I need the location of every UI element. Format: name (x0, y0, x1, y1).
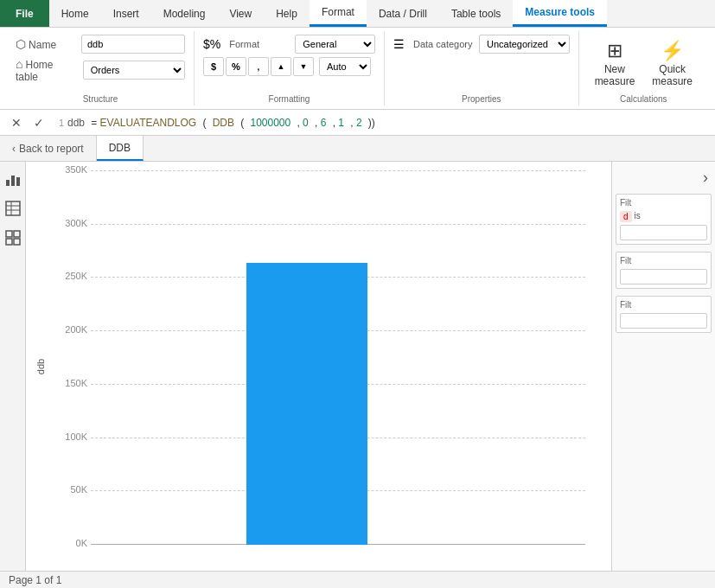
calculations-content: ⊞ Newmeasure ⚡ Quickmeasure (588, 31, 699, 94)
filter1-input[interactable] (620, 225, 707, 240)
label-200k: 200K (46, 324, 87, 335)
calculations-label: Calculations (588, 94, 699, 105)
filter2-label: Filt (620, 256, 707, 265)
svg-rect-2 (16, 177, 20, 186)
menu-help[interactable]: Help (264, 0, 310, 27)
matrix-icon-btn[interactable] (3, 227, 23, 248)
dollar-btn[interactable]: $ (203, 57, 224, 76)
icon-bar (0, 162, 26, 571)
new-measure-button[interactable]: ⊞ Newmeasure (588, 35, 642, 94)
menu-view[interactable]: View (217, 0, 264, 27)
label-100k: 100K (46, 431, 87, 442)
label-350k: 350K (46, 164, 87, 175)
filter2-input[interactable] (620, 269, 707, 284)
filter1-label: Filt (620, 198, 707, 208)
y-axis-label: ddb (35, 358, 46, 374)
format-buttons: $ % , ▲ ▼ (203, 57, 314, 76)
menu-home[interactable]: Home (49, 0, 101, 27)
menu-data-drill[interactable]: Data / Drill (367, 0, 439, 27)
svg-rect-3 (6, 201, 20, 215)
filter1-values: d is (620, 211, 707, 222)
menu-modeling[interactable]: Modeling (151, 0, 218, 27)
menu-file[interactable]: File (0, 0, 49, 27)
filter-section-3: Filt (616, 296, 712, 333)
chart-area: ddb 350K 300K 250K 200K (26, 162, 611, 571)
right-panel-expand-button[interactable]: › (616, 169, 712, 187)
ribbon: ⬡ Name ⌂ Home table Orders Structure $% … (0, 28, 715, 110)
bar-chart-icon (5, 171, 21, 187)
matrix-icon (5, 230, 21, 246)
format-row: $% Format General (203, 35, 375, 54)
label-250k: 250K (46, 271, 87, 281)
structure-label: Structure (16, 94, 185, 105)
filter1-value2: is (635, 211, 641, 222)
menu-bar: File Home Insert Modeling View Help Form… (0, 0, 715, 28)
filter3-input[interactable] (620, 313, 707, 329)
decimal-dec-btn[interactable]: ▼ (293, 57, 314, 76)
quick-measure-icon: ⚡ (661, 42, 684, 61)
format-label: Format (229, 39, 290, 49)
menu-format[interactable]: Format (310, 0, 367, 27)
quick-measure-label: Quickmeasure (652, 63, 693, 87)
label-300k: 300K (46, 218, 87, 228)
name-input[interactable] (81, 35, 185, 54)
chart-bar (246, 263, 367, 545)
menu-table-tools[interactable]: Table tools (439, 0, 513, 27)
line-350k (91, 170, 585, 171)
quick-measure-button[interactable]: ⚡ Quickmeasure (645, 35, 699, 94)
back-to-report-label: Back to report (19, 143, 84, 155)
home-table-select[interactable]: Orders (83, 61, 185, 80)
chart-icon-btn[interactable] (3, 169, 23, 189)
table-icon (5, 201, 21, 216)
back-to-report-tab[interactable]: ‹ Back to report (0, 136, 97, 161)
status-text: Page 1 of 1 (9, 574, 61, 586)
comma-btn[interactable]: , (248, 57, 269, 76)
formatting-label: Formatting (203, 94, 375, 105)
formula-text[interactable]: ddb = EVALUATEANDLOG ( DDB ( 1000000 , 0… (67, 117, 375, 129)
menu-insert[interactable]: Insert (101, 0, 151, 27)
line-300k (91, 224, 585, 225)
name-label: ⬡ Name (16, 37, 76, 51)
chart-inner: 350K 300K 250K 200K 150K (91, 170, 585, 562)
auto-select[interactable]: Auto (319, 57, 371, 76)
svg-rect-7 (6, 231, 12, 237)
data-category-select[interactable]: Uncategorized (479, 35, 570, 54)
percent-btn[interactable]: % (226, 57, 246, 76)
label-150k: 150K (46, 378, 87, 388)
gridline-300k: 300K (91, 224, 585, 225)
name-row: ⬡ Name (16, 35, 185, 54)
svg-rect-0 (6, 180, 10, 186)
label-0k: 0K (46, 538, 87, 548)
formula-confirm-button[interactable]: ✓ (29, 113, 48, 132)
svg-rect-10 (14, 239, 20, 245)
filter-section-2: Filt (616, 252, 712, 289)
main-content: ddb 350K 300K 250K 200K (0, 162, 715, 571)
filter1-value1: d (620, 211, 632, 222)
view-tabs-bar: ‹ Back to report DDB (0, 136, 715, 162)
ribbon-group-structure: ⬡ Name ⌂ Home table Orders Structure (7, 31, 195, 105)
home-table-row: ⌂ Home table Orders (16, 57, 185, 83)
ribbon-group-properties: ☰ Data category Uncategorized Properties (385, 31, 579, 105)
ddb-tab[interactable]: DDB (97, 136, 144, 161)
table-icon-btn[interactable] (3, 198, 23, 219)
new-measure-icon: ⊞ (607, 42, 622, 61)
svg-rect-8 (14, 231, 20, 237)
formula-cancel-button[interactable]: ✕ (7, 113, 26, 132)
right-panel: › Filt d is Filt Filt (611, 162, 715, 571)
menu-measure-tools[interactable]: Measure tools (513, 0, 607, 27)
decimal-inc-btn[interactable]: ▲ (271, 57, 291, 76)
svg-rect-9 (6, 239, 12, 245)
ribbon-group-calculations: ⊞ Newmeasure ⚡ Quickmeasure Calculations (579, 31, 708, 105)
svg-rect-1 (11, 176, 15, 186)
status-bar: Page 1 of 1 (0, 571, 715, 588)
ribbon-group-formatting: $% Format General $ % , ▲ ▼ Auto Forma (195, 31, 385, 105)
label-50k: 50K (46, 484, 87, 495)
formula-line-number: 1 (52, 118, 64, 128)
gridline-350k: 350K (91, 170, 585, 171)
format-select[interactable]: General (295, 35, 375, 54)
formatting-content: $% Format General $ % , ▲ ▼ Auto (203, 31, 375, 94)
data-category-label: Data category (413, 39, 474, 49)
back-arrow-icon: ‹ (12, 143, 16, 155)
properties-label: Properties (393, 94, 570, 105)
filter3-label: Filt (620, 300, 707, 310)
